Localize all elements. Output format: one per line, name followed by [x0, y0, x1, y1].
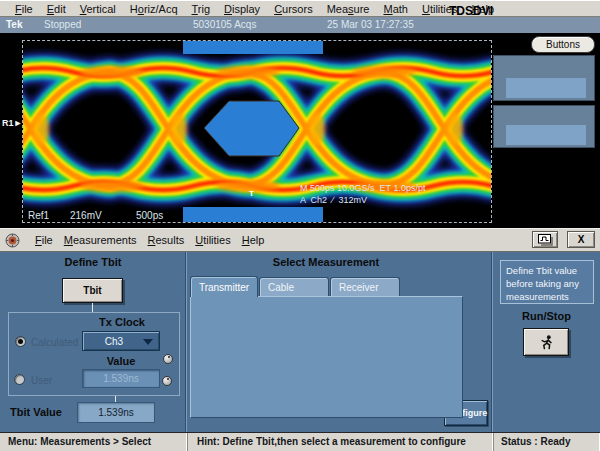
eye-diagram [22, 40, 492, 223]
scope-menu-bar: FileEditVerticalHoriz/AcqTrigDisplayCurs… [0, 0, 600, 17]
app-icon [5, 233, 20, 248]
menu-item-file[interactable]: File [35, 234, 53, 246]
measurement-panel: Define Tbit Tbit Tx Clock Calculated Ch3… [0, 252, 600, 432]
waveform-window-icon [537, 233, 554, 246]
menu-item-vertical[interactable]: Vertical [80, 3, 116, 15]
tds-oscilloscope-screen: FileEditVerticalHoriz/AcqTrigDisplayCurs… [0, 0, 600, 451]
mask-hexagon [204, 101, 299, 156]
menu-item-horiz-acq[interactable]: Horiz/Acq [130, 3, 178, 15]
buttons-button[interactable]: Buttons [531, 36, 595, 53]
close-icon: X [578, 234, 585, 245]
ref1-vertical-scale: 216mV [70, 210, 102, 221]
eye-diagram-waveform [23, 41, 491, 222]
tab-cable[interactable]: Cable [259, 277, 329, 297]
app-menu-bar: FileMeasurementsResultsUtilitiesHelp [0, 228, 600, 252]
hint-message-box: Define Tbit value before taking any meas… [500, 260, 594, 304]
tbit-value-label: Tbit Value [10, 406, 62, 418]
close-button[interactable]: X [567, 231, 595, 248]
menu-item-edit[interactable]: Edit [47, 3, 66, 15]
run-stop-label: Run/Stop [493, 310, 600, 322]
tx-clock-label: Tx Clock [82, 316, 162, 328]
trigger-position-marker[interactable]: T [249, 189, 254, 198]
calculated-label: Calculated [31, 337, 78, 348]
menu-item-measure[interactable]: Measure [327, 3, 370, 15]
minimize-to-scope-button[interactable] [532, 231, 558, 248]
status-hint: Hint: Define Tbit,then select a measurem… [188, 433, 494, 451]
chevron-down-icon [143, 339, 153, 345]
menu-item-trig[interactable]: Trig [192, 3, 211, 15]
status-ready: Status : Ready [494, 433, 600, 451]
divider [491, 252, 493, 432]
runner-icon [538, 334, 554, 350]
run-stop-button[interactable] [523, 328, 569, 356]
side-menu-button-2[interactable] [493, 105, 595, 148]
tbit-value-readout: 1.539ns [77, 402, 155, 423]
ref1-horizontal-scale: 500ps [136, 210, 163, 221]
side-menu-button-1[interactable] [493, 55, 595, 101]
acquisition-state: Stopped [44, 17, 81, 33]
menu-item-cursors[interactable]: Cursors [274, 3, 313, 15]
select-measurement-header: Select Measurement [186, 256, 466, 268]
scope-display: R1► T M 500ps 10.0GS/s ET 1.0ps/pt A Ch2… [0, 33, 600, 228]
app-title: TDSDVI [442, 0, 500, 22]
menu-item-results[interactable]: Results [148, 234, 185, 246]
tx-clock-source-value: Ch3 [105, 336, 123, 347]
tbit-button[interactable]: Tbit [62, 278, 123, 303]
define-tbit-header: Define Tbit [0, 256, 186, 268]
mask-segment-bottom [183, 207, 323, 222]
app-status-bar: Menu: Measurements > Select Hint: Define… [0, 432, 600, 451]
acquisition-count: 5030105 Acqs [193, 17, 256, 33]
menu-item-display[interactable]: Display [224, 3, 260, 15]
side-menu-button-1-face [506, 78, 586, 98]
ref1-label: Ref1 [28, 210, 49, 221]
menu-item-measurements[interactable]: Measurements [64, 234, 137, 246]
user-label: User [31, 375, 52, 386]
tx-clock-source-dropdown[interactable]: Ch3 [82, 331, 160, 351]
calculated-radio[interactable] [15, 336, 26, 347]
tab-transmitter[interactable]: Transmitter [190, 276, 258, 297]
user-value-field[interactable]: 1.539ns [82, 369, 160, 388]
menu-item-utilities[interactable]: Utilities [195, 234, 230, 246]
divider [185, 252, 187, 432]
knob-icon[interactable] [162, 376, 172, 386]
trigger-readout: A Ch2 ∕ 312mV [300, 195, 367, 205]
menu-item-file[interactable]: File [15, 3, 33, 15]
status-menu-path: Menu: Measurements > Select [0, 433, 188, 451]
mask-segment-top [183, 41, 323, 54]
datetime: 25 Mar 03 17:27:35 [327, 17, 414, 33]
tab-receiver[interactable]: Receiver [330, 277, 400, 297]
scope-status-bar: Tek Stopped 5030105 Acqs 25 Mar 03 17:27… [0, 17, 600, 33]
ref1-position-marker[interactable]: R1► [2, 118, 22, 128]
tek-logo: Tek [6, 17, 23, 33]
knob-icon[interactable] [163, 354, 173, 364]
menu-item-help[interactable]: Help [242, 234, 265, 246]
user-radio[interactable] [14, 374, 25, 385]
tab-content [190, 296, 463, 418]
value-label: Value [82, 355, 160, 367]
timebase-readout: M 500ps 10.0GS/s ET 1.0ps/pt [300, 183, 425, 193]
side-menu-button-2-face [506, 125, 586, 145]
menu-item-math[interactable]: Math [383, 3, 407, 15]
